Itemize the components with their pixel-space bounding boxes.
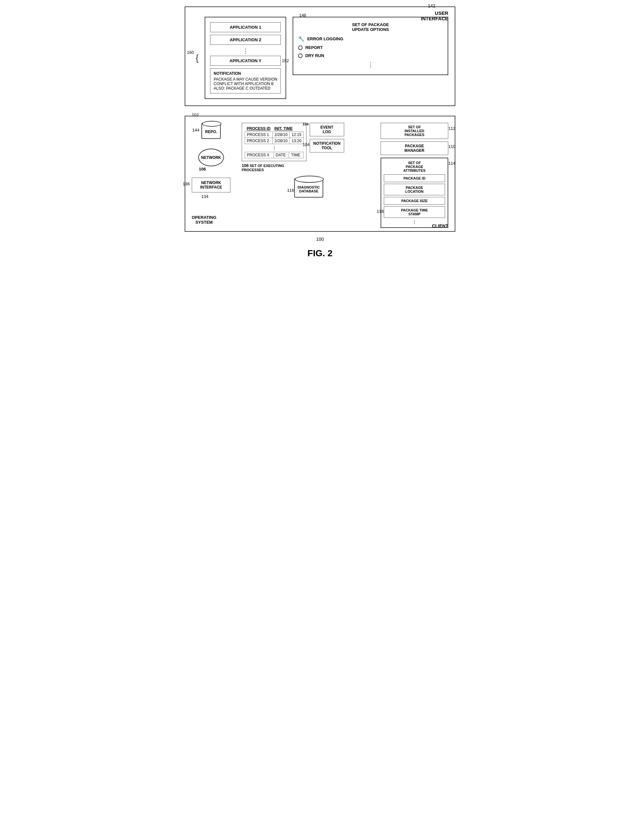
notice-box: NOTIFICATION PACKAGE A MAY CAUSE VERSION… bbox=[210, 68, 281, 93]
p2-time: 13:20 bbox=[290, 138, 304, 144]
process-row-2: PROCESS 2 2/28/10 13:20 bbox=[245, 138, 304, 144]
notice-title: NOTIFICATION bbox=[214, 71, 277, 76]
diag-db-ref: 116 bbox=[287, 188, 294, 193]
error-logging-icon: 🔧 bbox=[298, 36, 304, 42]
set-executing-label: 106 SET OF EXECUTING PROCESSES bbox=[242, 163, 306, 172]
process-row-1: PROCESS 1 2/28/10 12:15 bbox=[245, 132, 304, 138]
network-label: NETWORK bbox=[201, 155, 221, 160]
notice-body1: PACKAGE A MAY CAUSE VERSION bbox=[214, 77, 277, 82]
notif-ref: 104 bbox=[302, 142, 310, 147]
left-network-col: 144 REPO. NETWORK 106 136 bbox=[192, 123, 237, 228]
dots-options: ⋮ bbox=[298, 61, 443, 68]
p1-id: PROCESS 1 bbox=[245, 132, 273, 138]
attr-ref: 118 bbox=[377, 209, 384, 214]
pkg-id-box: PACKAGE ID bbox=[384, 174, 445, 182]
page-container: 142 USER INTERFACE 160 { APPLICATION 1 A… bbox=[175, 6, 465, 259]
option2-label: REPORT bbox=[305, 45, 323, 50]
col-init-time: INIT. TIME bbox=[273, 126, 304, 132]
event-log-ref: 154 bbox=[302, 122, 309, 126]
pkg-location-box: PACKAGE LOCATION bbox=[384, 184, 445, 195]
dry-run-radio bbox=[298, 53, 302, 58]
option3-label: DRY RUN bbox=[305, 53, 324, 58]
net-iface-brace-ref: 134 bbox=[202, 194, 230, 199]
px-id: PROCESS X bbox=[245, 152, 274, 158]
apps-container: { APPLICATION 1 APPLICATION 2 ⋮ APPLICAT… bbox=[205, 17, 286, 99]
pkg-timestamp-box: PACKAGE TIME STAMP bbox=[384, 206, 445, 218]
event-log-box: EVENT LOG bbox=[310, 123, 344, 136]
p2-date: 2/28/10 bbox=[273, 138, 290, 144]
brace-icon: { bbox=[195, 53, 198, 63]
pkg-manager-ref: 110 bbox=[448, 144, 455, 149]
net-iface-line2: INTERFACE bbox=[200, 185, 222, 190]
app2-box: APPLICATION 2 bbox=[210, 35, 281, 45]
dots1: ⋮ bbox=[210, 47, 281, 54]
set-exec-ref: 106 bbox=[242, 163, 249, 168]
pkg-attrs-ref: 114 bbox=[448, 161, 455, 166]
table-dots: ⋮ bbox=[245, 146, 304, 150]
appY-ref: 152 bbox=[282, 58, 289, 63]
notification-tool-box: NOTIFICATION TOOL bbox=[310, 139, 344, 152]
bottom-inner: 144 REPO. NETWORK 106 136 bbox=[192, 123, 448, 228]
p1-time: 12:15 bbox=[290, 132, 304, 138]
process-table-container: PROCESS ID INIT. TIME PROCESS 1 2/28/10 … bbox=[242, 123, 306, 161]
option-error-logging: 🔧 ERROR LOGGING bbox=[298, 36, 443, 42]
option1-label: ERROR LOGGING bbox=[307, 37, 343, 41]
pkg-attrs-title: SET OF PACKAGE ATTRIBUTES bbox=[384, 161, 445, 173]
package-manager-box: PACKAGE MANAGER bbox=[381, 141, 448, 155]
network-interface-box: NETWORK INTERFACE bbox=[192, 178, 230, 192]
process-table-x: PROCESS X DATE TIME bbox=[245, 152, 304, 158]
network-oval: NETWORK 106 bbox=[198, 149, 224, 166]
diagnostic-db: DIAGNOSTIC DATABASE bbox=[294, 178, 323, 198]
notice-body2: CONFLICT WITH APPLICATION B bbox=[214, 82, 277, 86]
os-label: OPERATING SYSTEM bbox=[192, 215, 216, 225]
net-iface-ref: 136 bbox=[183, 181, 190, 186]
pkg-size-box: PACKAGE SIZE bbox=[384, 197, 445, 205]
px-time: TIME bbox=[289, 152, 304, 158]
middle-section: PROCESS ID INIT. TIME PROCESS 1 2/28/10 … bbox=[242, 123, 376, 228]
network-ref: 106 bbox=[199, 166, 206, 171]
p1-date: 2/28/10 bbox=[273, 132, 290, 138]
p2-id: PROCESS 2 bbox=[245, 138, 273, 144]
process-row-x: PROCESS X DATE TIME bbox=[245, 152, 304, 158]
repo-ref: 144 bbox=[192, 128, 200, 133]
top-ref: 142 bbox=[428, 3, 435, 8]
notice-body3: ALSO: PACKAGE C OUTDATED bbox=[214, 86, 277, 91]
installed-packages-box: SET OF INSTALLED PACKAGES bbox=[381, 123, 448, 139]
appY-box: APPLICATION Y bbox=[210, 56, 281, 66]
top-diagram: 142 USER INTERFACE 160 { APPLICATION 1 A… bbox=[185, 6, 455, 106]
process-table: PROCESS ID INIT. TIME PROCESS 1 2/28/10 … bbox=[245, 126, 304, 144]
col-process-id: PROCESS ID bbox=[245, 126, 273, 132]
option-report: REPORT bbox=[298, 45, 443, 50]
bottom-diagram: 102 CLIENT 144 REPO. NETWORK bbox=[185, 116, 455, 232]
right-package-section: 112 SET OF INSTALLED PACKAGES 110 PACKAG… bbox=[381, 123, 448, 228]
figure-label: FIG. 2 bbox=[307, 248, 333, 259]
bottom-ref: 102 bbox=[192, 112, 199, 117]
installed-pkg-ref: 112 bbox=[448, 126, 455, 131]
repo-cylinder: REPO. bbox=[202, 123, 221, 139]
repo-label: REPO. bbox=[205, 128, 217, 134]
repo-container: REPO. bbox=[202, 123, 221, 141]
diagram-number-ref: 100 bbox=[316, 237, 323, 242]
apps-ref: 160 bbox=[187, 50, 194, 54]
px-date: DATE bbox=[274, 152, 289, 158]
app1-box: APPLICATION 1 bbox=[210, 22, 281, 32]
ui-options-box: SET OF PACKAGE UPDATE OPTIONS 🔧 ERROR LO… bbox=[293, 17, 448, 75]
net-iface-line1: NETWORK bbox=[201, 181, 221, 185]
report-radio bbox=[298, 45, 302, 50]
attrs-dots: ⋮ bbox=[384, 219, 445, 225]
package-attributes-container: SET OF PACKAGE ATTRIBUTES PACKAGE ID PAC… bbox=[381, 158, 448, 228]
top-inner: 160 { APPLICATION 1 APPLICATION 2 ⋮ APPL… bbox=[192, 17, 448, 99]
update-options-title: SET OF PACKAGE UPDATE OPTIONS bbox=[298, 22, 443, 32]
option-dry-run: DRY RUN bbox=[298, 53, 443, 58]
